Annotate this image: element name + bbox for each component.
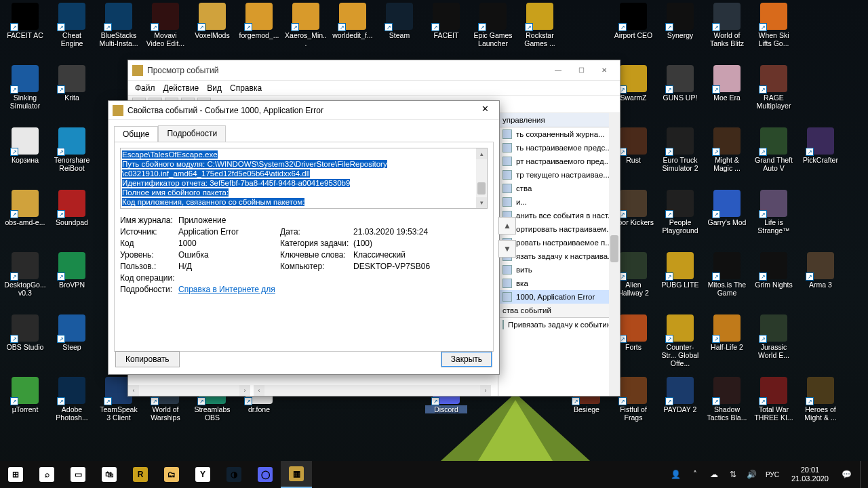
actions-item[interactable]: ть сохраненный журна... xyxy=(498,127,620,141)
copy-button[interactable]: Копировать xyxy=(115,351,180,367)
volume-icon[interactable]: 🔊 xyxy=(747,469,757,480)
desktop-icon[interactable]: ↗DesktopGo... v0.3 xyxy=(4,252,46,297)
desktop-icon[interactable]: ↗VoxelMods xyxy=(191,3,233,39)
action-center-icon[interactable]: 💬 xyxy=(841,469,852,480)
desktop-icon[interactable]: ↗Shadow Tactics Bla... xyxy=(706,377,748,422)
desktop-icon[interactable]: ↗PAYDAY 2 xyxy=(659,377,701,413)
menu-item[interactable]: Действие xyxy=(163,83,199,93)
taskbar-explorer[interactable]: 🗂 xyxy=(156,461,187,488)
desktop-icon[interactable]: ↗Counter-Str... Global Offe... xyxy=(659,314,701,367)
language-indicator[interactable]: РУС xyxy=(766,469,779,480)
desktop-icon[interactable]: ↗µTorrent xyxy=(4,377,46,413)
actions-scrollbar[interactable] xyxy=(609,113,620,396)
desktop-icon[interactable]: ↗Mitos.is The Game xyxy=(706,252,748,297)
prev-event-button[interactable]: ▲ xyxy=(498,217,516,235)
desktop-icon[interactable]: ↗Krita xyxy=(51,65,93,102)
tree-hscrollbar[interactable]: ‹› xyxy=(128,385,250,396)
desktop-icon[interactable]: ↗Half-Life 2 xyxy=(706,314,748,351)
actions-item[interactable]: и... xyxy=(498,195,620,209)
close-button[interactable]: Закрыть xyxy=(441,351,492,367)
actions-selected-event[interactable]: 1000, Application Error ▴ xyxy=(498,290,620,304)
show-desktop-button[interactable] xyxy=(860,461,864,488)
help-link[interactable]: Справка в Интернете для xyxy=(178,285,275,294)
desktop-icon[interactable]: ↗Moe Era xyxy=(706,65,748,102)
taskbar-rockstar[interactable]: R xyxy=(125,461,156,488)
desktop-icon[interactable]: ↗PUBG LITE xyxy=(659,252,701,289)
window-close-button[interactable]: ✕ xyxy=(593,63,616,78)
actions-item[interactable]: ортировать настраиваем... xyxy=(498,222,620,236)
taskbar-steam[interactable]: ◑ xyxy=(218,461,250,488)
taskbar-discord[interactable]: ◯ xyxy=(250,461,281,488)
desktop-icon[interactable]: ↗Steam xyxy=(378,3,420,39)
actions-bind-task[interactable]: Привязать задачу к событию... xyxy=(498,318,620,331)
desktop-icon[interactable]: ↗Total War THREE KI... xyxy=(753,377,795,422)
dialog-close-button[interactable]: ✕ xyxy=(475,104,495,117)
desktop-icon[interactable]: ↗Adobe Photosh... xyxy=(51,377,93,422)
desktop-icon[interactable]: ↗People Playground xyxy=(659,190,701,235)
desktop-icon[interactable]: ↗Synergy xyxy=(659,3,701,39)
desktop-icon[interactable]: ↗Epic Games Launcher xyxy=(472,3,514,47)
desktop-icon[interactable]: ↗Life is Strange™ xyxy=(753,190,795,235)
desktop-icon[interactable]: ↗BlueStacks Multi-Insta... xyxy=(98,3,140,47)
tab-general[interactable]: Общие xyxy=(114,126,158,142)
desktop-icon[interactable]: ↗Rockstar Games ... xyxy=(519,3,561,47)
tab-details[interactable]: Подробности xyxy=(158,125,226,142)
taskbar-search[interactable]: ⌕ xyxy=(31,461,62,488)
desktop-icon[interactable]: ↗Soundpad xyxy=(51,190,93,226)
network-icon[interactable]: ⇅ xyxy=(728,469,738,480)
desktop-icon[interactable]: ↗World of Tanks Blitz xyxy=(706,3,748,47)
maximize-button[interactable]: ☐ xyxy=(570,63,593,78)
taskbar-eventviewer[interactable]: ▦ xyxy=(281,461,312,488)
minimize-button[interactable]: — xyxy=(547,63,570,78)
taskbar-start[interactable]: ⊞ xyxy=(0,461,31,488)
desktop-icon[interactable]: ↗worldedit_f... xyxy=(332,3,374,39)
desktop-icon[interactable]: ↗Movavi Video Edit... xyxy=(144,3,186,47)
menu-item[interactable]: Справка xyxy=(230,83,262,93)
desktop-icon[interactable]: ↗FACEIT AC xyxy=(4,3,46,39)
desktop-icon[interactable]: ↗Euro Truck Simulator 2 xyxy=(659,127,701,172)
desktop-icon[interactable]: ↗Grim Nights xyxy=(753,252,795,289)
actions-item[interactable]: вить▸ xyxy=(498,263,620,277)
desktop-icon[interactable]: ↗RAGE Multiplayer xyxy=(753,65,795,110)
taskbar-store[interactable]: 🛍 xyxy=(94,461,125,488)
desktop-icon[interactable]: ↗obs-amd-e... xyxy=(4,190,46,226)
actions-item[interactable]: ть настраиваемое предс... xyxy=(498,141,620,155)
scroll-up-icon[interactable]: ▴ xyxy=(476,148,487,159)
desktop-icon[interactable]: ↗Might & Magic ... xyxy=(706,127,748,172)
desktop-icon[interactable]: ↗Tenorshare ReiBoot xyxy=(51,127,93,172)
list-hscrollbar[interactable]: ‹› xyxy=(254,385,491,396)
desktop-icon[interactable]: ↗When Ski Lifts Go... xyxy=(753,3,795,47)
people-icon[interactable]: 👤 xyxy=(671,469,682,480)
taskbar-taskview[interactable]: ▭ xyxy=(62,461,94,488)
message-scrollbar[interactable]: ▴ ▾ xyxy=(476,148,487,208)
desktop-icon[interactable]: ↗Grand Theft Auto V xyxy=(753,127,795,172)
actions-item[interactable]: ства▸ xyxy=(498,182,620,195)
desktop-icon[interactable]: ↗Steep xyxy=(51,314,93,351)
event-message-box[interactable]: Escape\TalesOfEscape.exeПуть сбойного мо… xyxy=(120,148,488,209)
next-event-button[interactable]: ▼ xyxy=(498,240,516,258)
actions-item[interactable]: тр текущего настраивае... xyxy=(498,168,620,182)
actions-item[interactable]: вка▸ xyxy=(498,277,620,290)
desktop-icon[interactable]: ↗FACEIT xyxy=(425,3,467,39)
onedrive-icon[interactable]: ☁ xyxy=(709,469,719,480)
actions-item[interactable]: ровать настраиваемое п... xyxy=(498,236,620,249)
tray-chevron-icon[interactable]: ˄ xyxy=(690,469,701,480)
actions-item[interactable]: анить все события в наст... xyxy=(498,209,620,222)
desktop-icon[interactable]: ↗OBS Studio xyxy=(4,314,46,351)
clock[interactable]: 20:01 21.03.2020 xyxy=(787,466,833,483)
desktop-icon[interactable]: ↗BroVPN xyxy=(51,252,93,289)
desktop-icon[interactable]: ↗GUNS UP! xyxy=(659,65,701,102)
desktop-icon[interactable]: ↗Heroes of Might & ... xyxy=(800,377,842,422)
desktop-icon[interactable]: ↗Корзина xyxy=(4,127,46,164)
menu-item[interactable]: Вид xyxy=(207,83,222,93)
desktop-icon[interactable]: ↗Arma 3 xyxy=(800,252,842,289)
actions-item[interactable]: рт настраиваемого пред... xyxy=(498,155,620,168)
scroll-down-icon[interactable]: ▾ xyxy=(476,197,487,208)
menu-item[interactable]: Файл xyxy=(135,83,155,93)
desktop-icon[interactable]: ↗Xaeros_Min... xyxy=(285,3,327,47)
desktop-icon[interactable]: ↗Garry's Mod xyxy=(706,190,748,226)
desktop-icon[interactable]: ↗Cheat Engine xyxy=(51,3,93,47)
actions-item[interactable]: язать задачу к настраива... xyxy=(498,249,620,263)
taskbar-yandex[interactable]: Y xyxy=(187,461,218,488)
desktop-icon[interactable]: ↗Sinking Simulator xyxy=(4,65,46,110)
